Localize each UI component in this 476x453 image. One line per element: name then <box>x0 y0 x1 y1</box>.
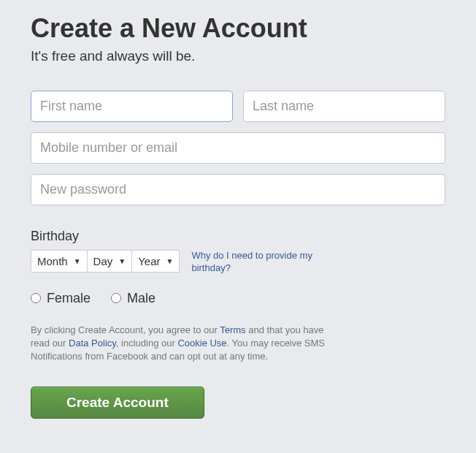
password-input[interactable] <box>31 174 445 205</box>
year-select[interactable]: Year ▼ <box>132 250 180 273</box>
year-select-value: Year <box>138 255 160 267</box>
last-name-input[interactable] <box>243 91 445 122</box>
month-select-value: Month <box>37 255 68 267</box>
page-title: Create a New Account <box>31 13 445 44</box>
month-select[interactable]: Month ▼ <box>31 250 88 273</box>
male-label[interactable]: Male <box>127 291 156 306</box>
birthday-label: Birthday <box>31 229 445 244</box>
create-account-button[interactable]: Create Account <box>31 387 204 419</box>
female-radio[interactable] <box>31 293 41 303</box>
disclaimer-text: By clicking Create Account, you agree to… <box>31 324 330 364</box>
terms-link[interactable]: Terms <box>220 324 245 335</box>
day-select-value: Day <box>93 255 113 267</box>
birthday-why-link[interactable]: Why do I need to provide my birthday? <box>191 250 323 275</box>
chevron-down-icon: ▼ <box>166 257 174 265</box>
first-name-input[interactable] <box>31 91 233 122</box>
female-label[interactable]: Female <box>47 291 91 306</box>
male-radio[interactable] <box>111 293 121 303</box>
page-subtitle: It's free and always will be. <box>31 48 445 64</box>
data-policy-link[interactable]: Data Policy <box>69 338 116 349</box>
chevron-down-icon: ▼ <box>118 257 126 265</box>
chevron-down-icon: ▼ <box>74 257 81 265</box>
day-select[interactable]: Day ▼ <box>88 250 133 273</box>
cookie-use-link[interactable]: Cookie Use <box>177 338 226 349</box>
contact-input[interactable] <box>31 132 445 164</box>
